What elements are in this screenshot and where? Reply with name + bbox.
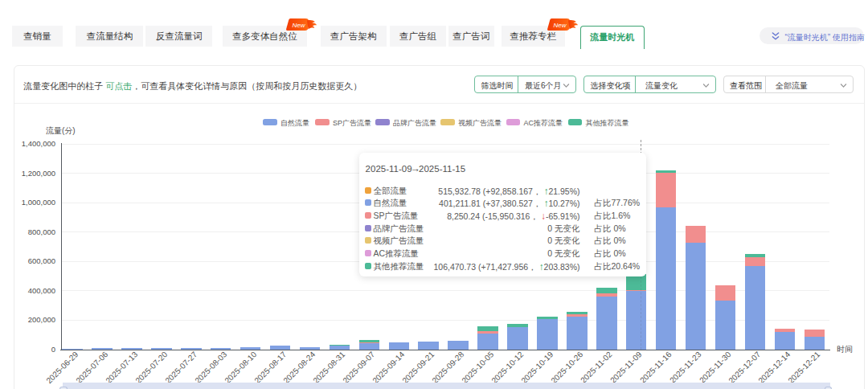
svg-text:New: New: [292, 21, 305, 28]
svg-text:New: New: [553, 21, 567, 28]
